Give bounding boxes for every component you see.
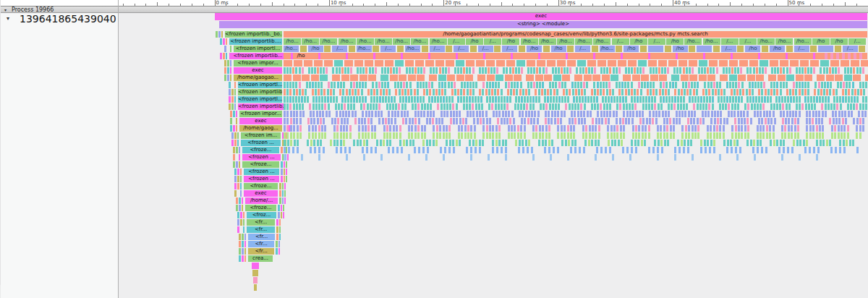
flame-slice[interactable] — [688, 125, 690, 132]
flame-slice[interactable] — [456, 140, 458, 146]
flame-slice[interactable] — [639, 118, 642, 124]
flame-slice[interactable] — [810, 67, 812, 74]
flame-slice[interactable] — [727, 140, 729, 146]
flame-slice[interactable] — [704, 82, 706, 88]
flame-slice[interactable] — [344, 67, 346, 74]
flame-slice[interactable] — [236, 125, 237, 132]
flame-slice[interactable] — [409, 82, 412, 88]
flame-slice[interactable] — [423, 89, 425, 95]
flame-slice[interactable] — [479, 140, 481, 146]
flame-slice[interactable] — [788, 103, 791, 110]
flame-slice[interactable] — [789, 67, 791, 74]
flame-slice[interactable] — [797, 125, 799, 132]
flame-slice[interactable] — [634, 67, 636, 74]
flame-slice[interactable] — [301, 96, 303, 103]
flame-slice[interactable] — [819, 125, 821, 132]
flame-slice[interactable] — [616, 125, 618, 132]
flame-slice[interactable] — [427, 103, 429, 110]
flame-slice[interactable] — [778, 147, 780, 153]
flame-slice[interactable] — [340, 132, 342, 139]
flame-slice[interactable] — [469, 140, 471, 146]
flame-slice[interactable] — [823, 67, 825, 74]
flame-slice[interactable] — [555, 82, 557, 88]
flame-slice[interactable] — [402, 118, 404, 124]
flame-slice[interactable] — [498, 103, 500, 110]
flame-slice[interactable] — [412, 140, 414, 146]
flame-slice[interactable] — [461, 132, 463, 139]
flame-slice[interactable] — [731, 67, 733, 74]
flame-slice[interactable] — [239, 234, 241, 240]
flame-slice[interactable] — [821, 82, 823, 88]
flame-slice[interactable] — [446, 60, 454, 67]
flame-slice[interactable] — [493, 111, 495, 117]
flame-slice[interactable] — [754, 103, 756, 110]
flame-slice[interactable] — [511, 111, 514, 117]
flame-slice[interactable] — [296, 89, 298, 95]
flame-slice[interactable] — [401, 111, 403, 117]
flame-slice[interactable] — [589, 132, 591, 139]
flame-slice[interactable] — [794, 125, 796, 132]
flame-slice[interactable] — [289, 82, 292, 88]
flame-slice[interactable] — [466, 67, 468, 74]
flame-slice[interactable] — [284, 103, 286, 110]
flame-slice[interactable] — [652, 89, 655, 95]
flame-slice[interactable] — [685, 125, 687, 132]
flame-slice[interactable] — [442, 67, 444, 74]
flame-slice[interactable] — [801, 89, 804, 95]
flame-slice[interactable] — [390, 74, 398, 81]
flame-slice[interactable] — [432, 118, 434, 124]
flame-slice[interactable] — [564, 82, 566, 88]
flame-slice[interactable] — [375, 82, 378, 88]
flame-slice[interactable] — [547, 96, 549, 103]
flame-slice[interactable] — [665, 89, 667, 95]
flame-slice[interactable]: <froz... — [247, 212, 276, 218]
flame-slice[interactable] — [242, 205, 243, 211]
flame-slice[interactable] — [793, 82, 795, 88]
flame-slice[interactable] — [574, 103, 576, 110]
flame-slice[interactable] — [318, 82, 320, 88]
flame-slice[interactable] — [731, 125, 733, 132]
flame-slice[interactable] — [404, 111, 406, 117]
flame-slice[interactable] — [827, 82, 829, 88]
flame-slice[interactable] — [631, 96, 633, 103]
flame-slice[interactable] — [587, 60, 596, 67]
flame-slice[interactable] — [310, 147, 312, 153]
flame-slice[interactable] — [572, 89, 574, 95]
flame-slice[interactable] — [616, 67, 618, 74]
flame-slice[interactable] — [567, 46, 574, 52]
flame-slice[interactable]: <frozen ... — [241, 140, 281, 146]
flame-slice[interactable] — [440, 147, 442, 153]
flame-slice[interactable] — [226, 38, 227, 45]
flame-slice[interactable] — [731, 53, 733, 59]
flame-slice[interactable] — [236, 111, 237, 117]
flame-slice[interactable] — [786, 46, 793, 52]
flame-slice[interactable] — [758, 53, 760, 59]
flame-slice[interactable] — [862, 118, 864, 124]
flame-slice[interactable] — [690, 118, 692, 124]
flame-slice[interactable] — [644, 140, 646, 146]
flame-slice[interactable] — [740, 111, 742, 117]
flame-slice[interactable] — [547, 60, 556, 67]
flame-slice[interactable] — [628, 89, 630, 95]
flame-slice[interactable] — [750, 140, 752, 146]
flame-slice[interactable] — [838, 67, 840, 74]
flame-slice[interactable] — [671, 103, 673, 110]
flame-slice[interactable] — [414, 103, 417, 110]
flame-slice[interactable] — [652, 147, 655, 153]
flame-slice[interactable] — [735, 147, 737, 153]
flame-slice[interactable] — [566, 89, 568, 95]
flame-slice[interactable] — [289, 67, 292, 74]
flame-slice[interactable]: /home/gaog... — [239, 125, 282, 132]
flame-slice[interactable] — [786, 53, 788, 59]
flame-slice[interactable] — [673, 132, 675, 139]
flame-slice[interactable] — [574, 111, 576, 117]
flame-slice[interactable] — [734, 103, 736, 110]
flame-slice[interactable] — [557, 125, 559, 132]
flame-slice[interactable] — [842, 89, 844, 95]
flame-slice[interactable] — [527, 82, 529, 88]
flame-slice[interactable] — [626, 103, 628, 110]
flame-slice[interactable] — [676, 111, 678, 117]
flame-slice[interactable] — [527, 118, 529, 124]
flame-slice[interactable] — [313, 140, 315, 146]
flame-slice[interactable] — [498, 111, 501, 117]
